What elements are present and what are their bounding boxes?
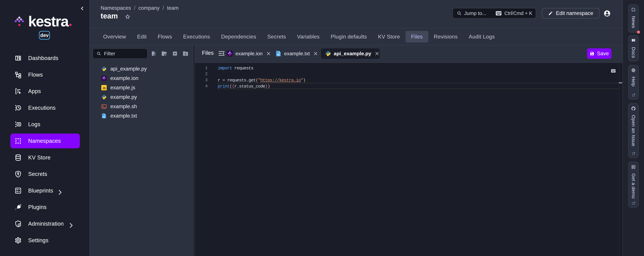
svg-text:JS: JS: [102, 87, 106, 90]
